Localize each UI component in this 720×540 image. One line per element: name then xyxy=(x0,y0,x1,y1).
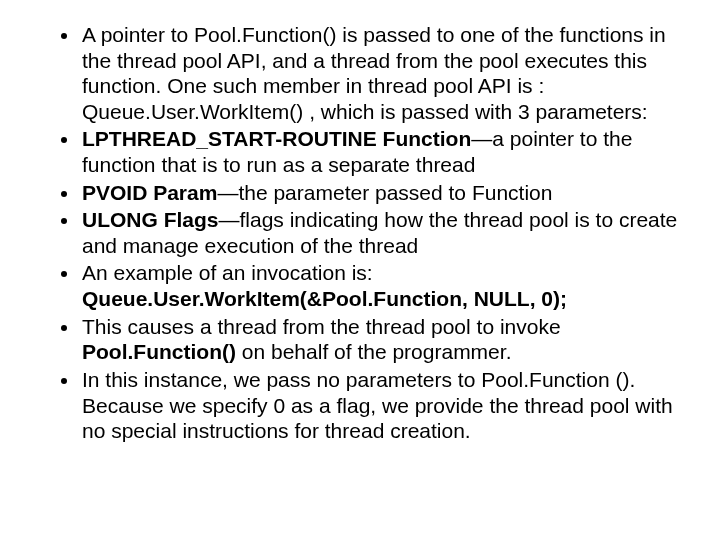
bullet-list: A pointer to Pool.Function() is passed t… xyxy=(40,22,680,444)
bullet-text: A pointer to Pool.Function() is passed t… xyxy=(82,23,666,123)
bullet-pre: This causes a thread from the thread poo… xyxy=(82,315,561,338)
bullet-bold: ULONG Flags xyxy=(82,208,219,231)
bullet-bold: LPTHREAD_START-ROUTINE Function xyxy=(82,127,471,150)
list-item: PVOID Param—the parameter passed to Func… xyxy=(80,180,680,206)
bullet-bold: Pool.Function() xyxy=(82,340,236,363)
list-item: In this instance, we pass no parameters … xyxy=(80,367,680,444)
bullet-rest: —the parameter passed to Function xyxy=(217,181,552,204)
list-item: A pointer to Pool.Function() is passed t… xyxy=(80,22,680,124)
list-item: LPTHREAD_START-ROUTINE Function—a pointe… xyxy=(80,126,680,177)
bullet-post: on behalf of the programmer. xyxy=(236,340,512,363)
bullet-code-line: Queue.User.WorkItem(&Pool.Function, NULL… xyxy=(82,286,680,312)
slide-body: A pointer to Pool.Function() is passed t… xyxy=(0,0,720,540)
bullet-bold: PVOID Param xyxy=(82,181,217,204)
bullet-line: An example of an invocation is: xyxy=(82,261,373,284)
bullet-text: In this instance, we pass no parameters … xyxy=(82,368,673,442)
list-item: An example of an invocation is: Queue.Us… xyxy=(80,260,680,311)
list-item: ULONG Flags—flags indicating how the thr… xyxy=(80,207,680,258)
list-item: This causes a thread from the thread poo… xyxy=(80,314,680,365)
